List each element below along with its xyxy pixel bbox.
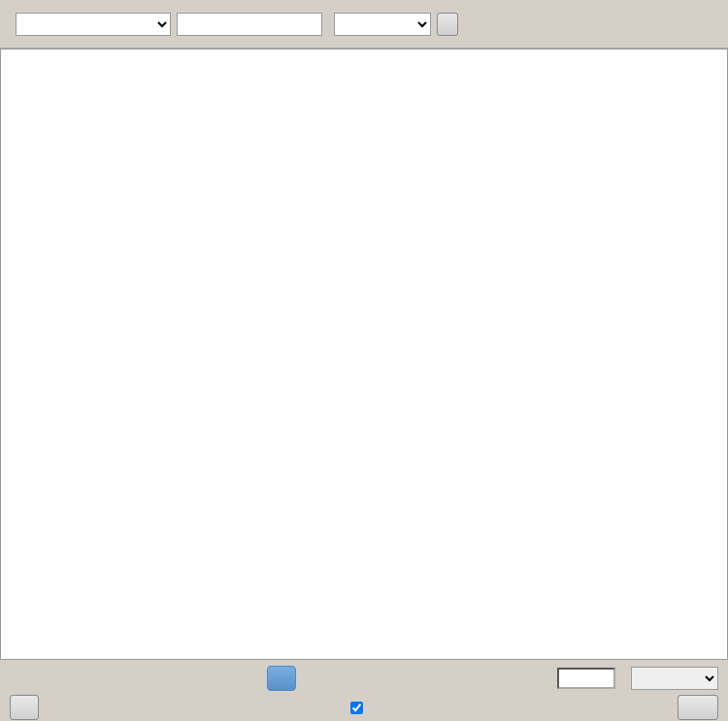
step-count-label — [10, 672, 14, 686]
bottom-bar — [0, 660, 728, 721]
fine-plot-label[interactable] — [350, 702, 367, 714]
walk-input[interactable] — [557, 668, 615, 689]
bottom-row2 — [10, 695, 718, 720]
plot-canvas — [1, 49, 727, 659]
read-me-button[interactable] — [437, 13, 458, 36]
save-png-button[interactable] — [267, 666, 296, 691]
number-select[interactable] — [16, 13, 171, 36]
go-button[interactable] — [678, 695, 718, 720]
bottom-row1 — [10, 666, 718, 691]
direction-select[interactable] — [631, 667, 718, 690]
computed-value — [177, 13, 322, 36]
fine-plot-checkbox[interactable] — [350, 702, 363, 714]
grid-select[interactable] — [334, 13, 431, 36]
toolbar — [0, 0, 728, 49]
reset-button[interactable] — [10, 695, 39, 720]
plot-area — [0, 49, 728, 660]
